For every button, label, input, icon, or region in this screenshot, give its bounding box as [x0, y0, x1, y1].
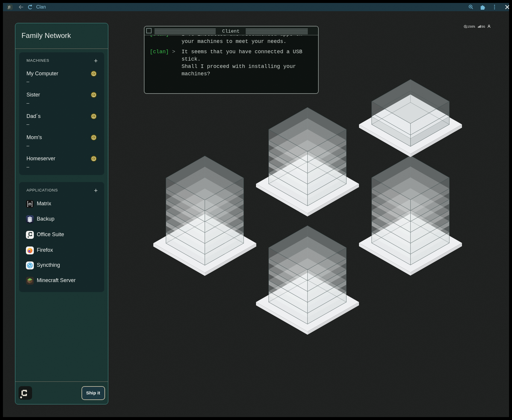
svg-text:5G: 5G: [481, 25, 485, 28]
svg-text:Client: Client: [222, 29, 240, 34]
svg-text:150%: 150%: [467, 25, 475, 28]
